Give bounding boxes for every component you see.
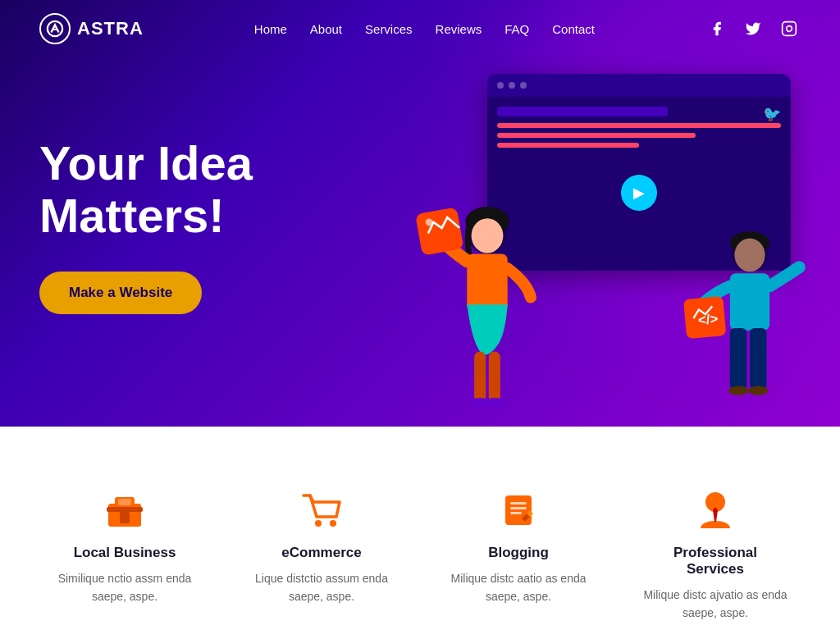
briefcase-icon (52, 489, 197, 532)
twitter-bird-decoration: 🐦 (763, 105, 781, 123)
svg-rect-17 (730, 328, 746, 389)
svg-point-28 (315, 520, 322, 527)
nav-item-about[interactable]: About (310, 22, 342, 36)
hero-section: Your Idea Matters! Make a Website 🐦 ▶ (0, 0, 840, 427)
hero-illustration: 🐦 ▶ (413, 49, 840, 427)
services-grid: Local Business Similique nctio assm enda… (39, 476, 801, 630)
svg-rect-16 (730, 273, 769, 331)
svg-rect-1 (783, 22, 797, 36)
main-nav: Home About Services Reviews FAQ Contact (254, 22, 595, 36)
person-icon (643, 489, 788, 532)
nav-item-faq[interactable]: FAQ (504, 22, 529, 36)
service-desc-blogging: Milique distc aatio as enda saepe, aspe. (446, 569, 591, 606)
character-male: </> (676, 221, 824, 427)
service-card-professional: Professional Services Milique distc ajva… (630, 476, 801, 630)
svg-rect-7 (474, 352, 486, 403)
svg-point-29 (330, 520, 336, 527)
nav-item-contact[interactable]: Contact (552, 22, 595, 36)
svg-rect-27 (120, 512, 130, 523)
svg-point-20 (748, 386, 768, 395)
service-title-professional: Professional Services (643, 545, 788, 578)
svg-rect-8 (489, 352, 500, 403)
svg-rect-18 (750, 328, 766, 389)
nav-item-services[interactable]: Services (365, 22, 413, 36)
service-card-ecommerce: eCommerce Lique distctio assum enda saep… (236, 476, 407, 630)
service-title-local-business: Local Business (52, 545, 197, 561)
service-card-local-business: Local Business Similique nctio assm enda… (39, 476, 210, 630)
service-card-blogging: Blogging Milique distc aatio as enda sae… (433, 476, 604, 630)
svg-rect-11 (415, 207, 463, 255)
service-title-blogging: Blogging (446, 545, 591, 561)
social-icons (705, 17, 801, 40)
svg-rect-25 (118, 499, 131, 505)
service-desc-ecommerce: Lique distctio assum enda saepe, aspe. (249, 569, 394, 606)
hero-title: Your Idea Matters! (39, 137, 384, 242)
hero-cta-button[interactable]: Make a Website (39, 272, 202, 314)
nav-item-home[interactable]: Home (254, 22, 287, 36)
service-desc-professional: Milique distc ajvatio as enda saepe, asp… (643, 586, 788, 623)
twitter-icon[interactable] (742, 17, 765, 40)
service-desc-local-business: Similique nctio assm enda saepe, aspe. (52, 569, 197, 606)
logo-text: ASTRA (77, 18, 144, 39)
svg-rect-33 (510, 512, 522, 514)
play-button-decoration: ▶ (621, 175, 657, 211)
pen-icon (446, 489, 591, 532)
services-section: Local Business Similique nctio assm enda… (0, 427, 840, 630)
browser-bar (487, 74, 791, 97)
service-title-ecommerce: eCommerce (249, 545, 394, 561)
svg-text:</>: </> (697, 311, 719, 328)
logo[interactable]: ASTRA (39, 13, 144, 44)
svg-point-5 (472, 218, 504, 253)
svg-point-10 (484, 398, 504, 407)
svg-rect-30 (505, 495, 532, 525)
logo-icon (39, 13, 71, 44)
svg-point-15 (734, 238, 765, 272)
svg-rect-26 (107, 507, 143, 512)
nav-item-reviews[interactable]: Reviews (436, 22, 482, 36)
header: ASTRA Home About Services Reviews FAQ Co… (0, 0, 840, 57)
svg-point-19 (728, 386, 748, 395)
svg-rect-31 (510, 502, 527, 504)
character-female (405, 189, 569, 427)
instagram-icon[interactable] (778, 17, 801, 40)
hero-content: Your Idea Matters! Make a Website (39, 137, 384, 314)
svg-rect-32 (510, 507, 527, 509)
cart-icon (249, 489, 394, 532)
facebook-icon[interactable] (705, 17, 728, 40)
